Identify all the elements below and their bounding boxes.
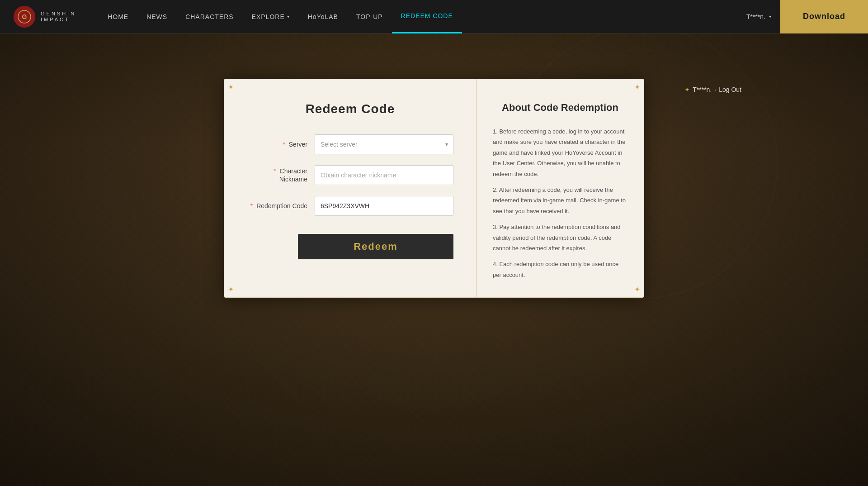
code-label: * Redemption Code: [247, 202, 315, 210]
user-logout-bar: ✦ T****n. · Log Out: [684, 86, 741, 93]
redeem-title: Redeem Code: [247, 102, 453, 116]
about-point-4: 4. Each redemption code can only be used…: [493, 259, 627, 280]
download-button[interactable]: Download: [780, 0, 868, 33]
required-marker: *: [283, 141, 285, 148]
nav-explore[interactable]: EXPLORE ▾: [243, 0, 299, 33]
logo-icon: G: [14, 6, 35, 28]
nickname-input[interactable]: [315, 165, 453, 185]
chevron-down-icon: ▾: [287, 14, 290, 19]
star-icon: ✦: [684, 86, 690, 93]
redeem-form-panel: Redeem Code * Server Select server Ameri…: [224, 79, 476, 297]
about-point-1: 1. Before redeeming a code, log in to yo…: [493, 126, 627, 179]
navbar: G GENSHIN IMPACT HOME NEWS CHARACTERS EX…: [0, 0, 868, 33]
code-row: * Redemption Code: [247, 196, 453, 216]
nav-redeem-code[interactable]: REDEEM CODE: [392, 0, 462, 33]
nav-right: T****n. ▾ Download: [737, 0, 868, 33]
nav-news[interactable]: NEWS: [137, 0, 176, 33]
logo[interactable]: G GENSHIN IMPACT: [0, 6, 90, 28]
server-label: * Server: [247, 140, 315, 148]
required-marker: *: [250, 202, 253, 210]
chevron-down-icon: ▾: [769, 14, 771, 19]
nav-hoyolab[interactable]: HoYoLAB: [299, 0, 347, 33]
nav-links: HOME NEWS CHARACTERS EXPLORE ▾ HoYoLAB T…: [90, 0, 737, 33]
nickname-row: * Character Nickname: [247, 165, 453, 185]
nickname-label: * Character Nickname: [247, 167, 315, 183]
nav-home[interactable]: HOME: [99, 0, 137, 33]
main-content: ✦ ✦ Redeem Code * Server Select server A…: [0, 33, 868, 459]
hero-background: ✦ T****n. · Log Out ✦ ✦ Redeem Code * Se…: [0, 0, 868, 486]
corner-decor-bl: ✦: [228, 285, 234, 294]
nav-user[interactable]: T****n. ▾: [737, 13, 780, 20]
server-row: * Server Select server America Europe As…: [247, 134, 453, 154]
separator: ·: [714, 86, 716, 93]
about-title: About Code Redemption: [493, 102, 627, 114]
about-panel: About Code Redemption 1. Before redeemin…: [476, 79, 644, 283]
server-select-wrapper: Select server America Europe Asia TW/HK/…: [315, 134, 453, 154]
about-point-3: 3. Pay attention to the redemption condi…: [493, 222, 627, 253]
server-select[interactable]: Select server America Europe Asia TW/HK/…: [315, 134, 453, 154]
redeem-button[interactable]: Redeem: [298, 234, 453, 259]
redeem-btn-row: Redeem: [247, 227, 453, 259]
nav-topup[interactable]: TOP-UP: [347, 0, 392, 33]
logo-text: GENSHIN IMPACT: [41, 11, 76, 22]
code-input[interactable]: [315, 196, 453, 216]
svg-text:G: G: [22, 13, 27, 20]
logout-link[interactable]: Log Out: [719, 86, 741, 93]
nav-characters[interactable]: CHARACTERS: [176, 0, 242, 33]
about-text: 1. Before redeeming a code, log in to yo…: [493, 126, 627, 280]
corner-decor-br: ✦: [634, 285, 640, 294]
required-marker: *: [274, 167, 276, 175]
username-display: T****n.: [693, 86, 712, 93]
redeem-card: ✦ ✦ Redeem Code * Server Select server A…: [224, 79, 644, 298]
about-point-2: 2. After redeeming a code, you will rece…: [493, 185, 627, 216]
